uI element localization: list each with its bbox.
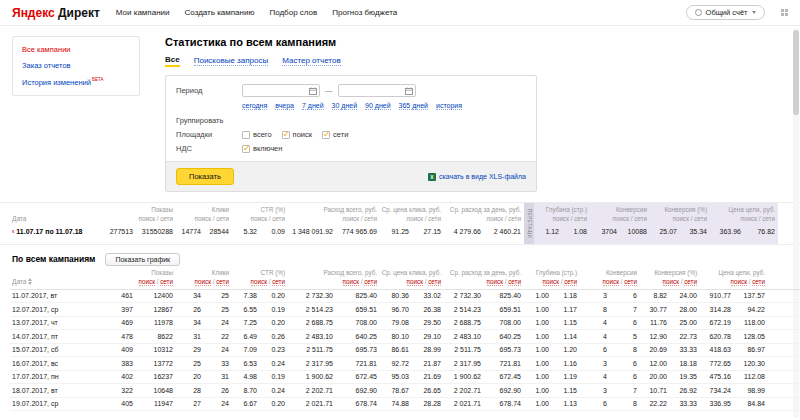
scrollbar-thumb[interactable] bbox=[793, 30, 799, 115]
nav-menu-link[interactable]: Подбор слов bbox=[269, 8, 317, 17]
sort-by-networks-link[interactable]: сети bbox=[684, 278, 697, 286]
sort-by-search-link[interactable]: поиск bbox=[407, 278, 423, 286]
value-cell: 383 bbox=[106, 360, 136, 367]
value-cell: 721.81 bbox=[336, 360, 380, 367]
sort-by-networks-link[interactable]: сети bbox=[508, 278, 521, 286]
value-cell: 8 bbox=[580, 306, 610, 313]
tab-all[interactable]: Все bbox=[165, 55, 180, 67]
row-date-link[interactable]: 12.07.2017, ср bbox=[10, 306, 106, 313]
column-header-avg-cpc: Ср. цена клика, руб.поиск / сети bbox=[380, 269, 444, 287]
previous-period-arrow[interactable]: ‹ bbox=[12, 228, 14, 235]
checkbox-vat-included[interactable]: включен bbox=[242, 144, 282, 153]
row-date-link[interactable]: 16.07.2017, вс bbox=[10, 360, 106, 367]
row-date-link[interactable]: 13.07.2017, чт bbox=[10, 319, 106, 326]
value-cell: 0.24 bbox=[260, 360, 288, 367]
value-cell: 672.19 bbox=[700, 319, 734, 326]
row-date-link[interactable]: 19.07.2017, ср bbox=[10, 400, 106, 407]
drag-handle[interactable]: ПЕРЕТАЩИ bbox=[524, 203, 534, 244]
value-cell: 478 bbox=[106, 333, 136, 340]
table-row: 14.07.2017, пт 478 8622 31 22 6.49 0.26 … bbox=[10, 330, 800, 344]
row-date-link[interactable]: 14.07.2017, пт bbox=[10, 333, 106, 340]
show-button[interactable]: Показать bbox=[176, 168, 234, 185]
apps-grid-icon[interactable] bbox=[781, 9, 789, 17]
date-range-dash: — bbox=[325, 86, 333, 95]
sort-by-search-link[interactable]: поиск bbox=[139, 278, 155, 286]
value-cell: 0.24 bbox=[260, 387, 288, 394]
filter-panel: Период — сегоднявчера7 дней30 дней90 дне… bbox=[165, 75, 537, 192]
value-cell: 25.00 bbox=[670, 319, 700, 326]
value-cell: 322 bbox=[106, 387, 136, 394]
sidebar-item-all-campaigns[interactable]: Все кампании bbox=[22, 45, 130, 54]
calendar-icon[interactable] bbox=[405, 87, 413, 95]
sort-by-networks-link[interactable]: сети bbox=[160, 278, 173, 286]
table-row: 16.07.2017, вс 383 13772 25 33 6.53 0.24… bbox=[10, 357, 800, 371]
show-chart-button[interactable]: Показать график bbox=[105, 253, 180, 266]
column-header-ctr: CTR (%)поиск / сети bbox=[232, 206, 288, 224]
calendar-icon[interactable] bbox=[309, 87, 317, 95]
checkbox-networks[interactable]: сети bbox=[322, 130, 348, 139]
value-cell: 11.76 bbox=[640, 319, 670, 326]
row-date-link[interactable]: 15.07.2017, сб bbox=[10, 346, 106, 353]
row-date-link[interactable]: 17.07.2017, пн bbox=[10, 373, 106, 380]
column-header-avg-daily-cost: Ср. расход за день, руб.поиск / сети bbox=[444, 206, 524, 224]
row-date-link[interactable]: 11.07.2017, вт bbox=[10, 292, 106, 299]
sort-by-networks-link[interactable]: сети bbox=[624, 278, 637, 286]
sort-by-search-link[interactable]: поиск bbox=[731, 278, 747, 286]
group-label: Группировать bbox=[176, 116, 242, 125]
value-cell: 86.61 bbox=[380, 346, 412, 353]
checkbox-search[interactable]: поиск bbox=[282, 130, 312, 139]
quick-range-link[interactable]: 30 дней bbox=[332, 102, 357, 110]
sort-by-networks-link[interactable]: сети bbox=[272, 278, 285, 286]
quick-range-link[interactable]: 90 дней bbox=[365, 102, 390, 110]
nav-menu-link[interactable]: Создать кампанию bbox=[185, 8, 255, 17]
nav-menu-link[interactable]: Мои кампании bbox=[116, 8, 170, 17]
value-cell: 405 bbox=[106, 400, 136, 407]
sort-by-search-link[interactable]: поиск bbox=[543, 278, 559, 286]
sort-by-networks-link[interactable]: сети bbox=[564, 278, 577, 286]
tab-search-queries[interactable]: Поисковые запросы bbox=[194, 56, 268, 66]
tab-report-wizard[interactable]: Мастер отчетов bbox=[282, 56, 340, 66]
column-header-date[interactable]: Дата bbox=[10, 278, 106, 287]
sort-by-search-link[interactable]: поиск bbox=[603, 278, 619, 286]
checkbox-total[interactable]: всего bbox=[242, 130, 272, 139]
row-date-link[interactable]: 18.07.2017, вт bbox=[10, 387, 106, 394]
value-cell: 34 bbox=[176, 292, 204, 299]
value-cell: 2 317.95 bbox=[444, 360, 484, 367]
sidebar-item-order-reports[interactable]: Заказ отчетов bbox=[22, 61, 130, 70]
sidebar-item-change-history[interactable]: История измененийБЕТА bbox=[22, 77, 130, 87]
sort-by-search-link[interactable]: поиск bbox=[343, 278, 359, 286]
value-cell: 18.18 bbox=[670, 360, 700, 367]
sort-by-networks-link[interactable]: сети bbox=[364, 278, 377, 286]
quick-range-link[interactable]: история bbox=[436, 102, 462, 110]
value-cell: 1.00 bbox=[524, 387, 552, 394]
value-cell: 1.08 bbox=[562, 228, 590, 235]
value-cell: 772.65 bbox=[700, 360, 734, 367]
value-cell: 80.10 bbox=[380, 333, 412, 340]
download-xls-link[interactable]: X скачать в виде XLS-файла bbox=[428, 173, 526, 181]
value-cell: 692.90 bbox=[336, 387, 380, 394]
value-cell: 1.16 bbox=[552, 360, 580, 367]
value-cell: 2 021.71 bbox=[288, 400, 336, 407]
quick-range-link[interactable]: 7 дней bbox=[302, 102, 324, 110]
nav-menu-link[interactable]: Прогноз бюджета bbox=[332, 8, 397, 17]
quick-range-link[interactable]: сегодня bbox=[242, 102, 267, 110]
quick-range-link[interactable]: 365 дней bbox=[399, 102, 428, 110]
value-cell: 78.67 bbox=[380, 387, 412, 394]
value-cell: 10088 bbox=[620, 228, 650, 235]
value-cell: 0.20 bbox=[260, 319, 288, 326]
sort-by-networks-link[interactable]: сети bbox=[216, 278, 229, 286]
value-cell: 7 bbox=[610, 387, 640, 394]
column-header-conversions: Конверсиипоиск / сети bbox=[580, 269, 640, 287]
sort-by-networks-link[interactable]: сети bbox=[428, 278, 441, 286]
logo-direct-text: Директ bbox=[58, 6, 100, 20]
value-cell: 4 bbox=[580, 319, 610, 326]
value-cell: 0.26 bbox=[260, 333, 288, 340]
sort-by-search-link[interactable]: поиск bbox=[487, 278, 503, 286]
sort-by-search-link[interactable]: поиск bbox=[251, 278, 267, 286]
shared-account-button[interactable]: Общий счёт bbox=[686, 5, 765, 20]
sort-by-search-link[interactable]: поиск bbox=[663, 278, 679, 286]
sort-by-networks-link[interactable]: сети bbox=[752, 278, 765, 286]
yandex-direct-logo[interactable]: Яндекс Директ bbox=[12, 6, 100, 20]
sort-by-search-link[interactable]: поиск bbox=[195, 278, 211, 286]
quick-range-link[interactable]: вчера bbox=[275, 102, 294, 110]
